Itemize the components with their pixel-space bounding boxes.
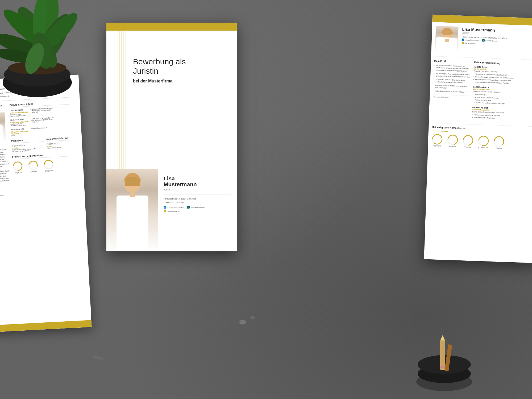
- doc-right-digital-section: Meine digitalen Kompetenzen ACTAPORT Leg…: [428, 123, 532, 153]
- doc-left-interests-title: Interessen: [0, 144, 9, 148]
- doc-left-praktikum-title: Praktikum: [11, 138, 44, 143]
- doc-left-edu-item-2: 10.2000–06.2004 Universität Mittelstadt …: [10, 116, 78, 127]
- doc-center-photo: [106, 169, 158, 251]
- skill-excel: MS Excel: [493, 135, 505, 149]
- doc-right-skill-circles: ACTAPORT LegalVero WinMACS: [431, 133, 532, 150]
- doc-right-header: Lisa Mustermann Juristin Fantasiestraße …: [431, 22, 532, 60]
- doc-center-title-line1: Bewerbung als: [133, 57, 222, 66]
- doc-left-ausland-title: Auslandserfahrung: [46, 136, 79, 142]
- doc-right-job-1: 09.2015–heute Senior-Juristin Tsüqglück …: [473, 65, 532, 85]
- doc-left-col-right: Schule & Ausbildung 10.2004–06.2006 Univ…: [9, 100, 81, 197]
- plant-decoration: [0, 0, 90, 98]
- skill-powerpoint: MS PowerPoint: [477, 135, 490, 149]
- doc-left-photo: [0, 112, 6, 143]
- doc-left: Fantasiestraße 14, 39114 Großstadt in /i…: [0, 74, 92, 332]
- skill-powerpoint-label: MS PowerPoint: [477, 147, 489, 149]
- doc-center-person-title: Juristin: [164, 188, 231, 191]
- doc-center-subtitle: bei der Musterfirma: [133, 79, 222, 84]
- doc-center-first-name: Lisa: [164, 176, 231, 181]
- skill-winmacs: WinMACS: [462, 134, 474, 148]
- doc-center-title-line2: Juristin: [133, 66, 222, 76]
- doc-center-title-area: Bewerbung als Juristin bei der Musterfir…: [106, 31, 237, 94]
- pebble-2: [250, 316, 255, 319]
- doc-left-edu-item-3: 09.1992–06.1999 Wissens-Gymnasium Kleins…: [11, 125, 78, 136]
- pencil-cup-area: [415, 332, 473, 391]
- doc-right-beruf-title: Meine Berufserfahrung: [474, 61, 532, 66]
- doc-center-name-contact: Lisa Mustermann Juristin Fantasiestraße …: [158, 169, 237, 251]
- doc-right-photo: [435, 26, 458, 53]
- svg-rect-32: [440, 340, 445, 370]
- doc-center-bottom: Lisa Mustermann Juristin Fantasiestraße …: [106, 169, 237, 251]
- svg-rect-34: [440, 366, 445, 368]
- doc-left-interests-text: Das Thema Recht ist für mich seit meiner…: [0, 148, 11, 183]
- doc-right: Lisa Mustermann Juristin Fantasiestraße …: [424, 15, 532, 263]
- doc-left-edu-item-1: 10.2004–06.2006 Universität Mittelstadt …: [10, 106, 77, 117]
- skill-legalvero: LegalVero: [447, 134, 459, 148]
- doc-left-body: Lisa Mustermann 0 Interessen Das Thema R…: [0, 97, 85, 202]
- pebble-1: [239, 320, 246, 325]
- skill-actaport: ACTAPORT: [431, 133, 443, 147]
- doc-right-beruf-col: Meine Berufserfahrung 09.2015–heute Seni…: [472, 61, 532, 123]
- doc-right-job-2: 04.2011–08.2015 Wirtschaftsjuristin Lieb…: [473, 86, 532, 106]
- doc-center: Bewerbung als Juristin bei der Musterfir…: [106, 23, 237, 251]
- doc-right-name-block: Lisa Mustermann Juristin Fantasiestraße …: [461, 27, 532, 56]
- doc-right-job-3: 09.2006–03.2011 Wirtschaftsjuristin Law …: [472, 106, 532, 121]
- doc-center-gold-bar: [106, 23, 237, 31]
- doc-center-last-name: Mustermann: [164, 181, 231, 187]
- doc-left-lang-circles: Englisch Russisch Griechisch: [13, 158, 80, 174]
- doc-right-profil-title: Mein Profil: [434, 60, 471, 64]
- doc-right-profil-col: Mein Profil • Als Volljuristin habe ich …: [432, 60, 471, 121]
- doc-left-jobtitle-display: 0: [0, 108, 7, 111]
- doc-right-body: Mein Profil • Als Volljuristin habe ich …: [429, 56, 532, 127]
- svg-marker-33: [440, 335, 445, 340]
- doc-left-signature: [0, 188, 3, 197]
